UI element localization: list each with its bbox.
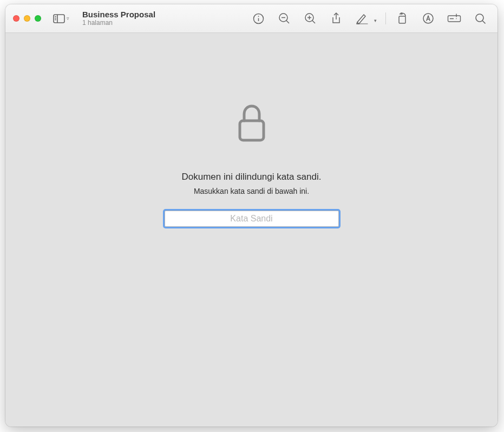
highlight-icon bbox=[422, 12, 434, 24]
document-title: Business Proposal bbox=[82, 10, 155, 19]
titlebar: ▿ Business Proposal 1 halaman bbox=[5, 4, 498, 33]
app-window: ▿ Business Proposal 1 halaman bbox=[5, 4, 498, 427]
svg-rect-18 bbox=[448, 16, 461, 22]
password-prompt: Dokumen ini dilindungi kata sandi. Masuk… bbox=[5, 103, 498, 227]
rotate-icon bbox=[396, 12, 408, 24]
svg-line-22 bbox=[482, 21, 485, 23]
zoom-in-button[interactable] bbox=[303, 11, 318, 26]
form-fill-button[interactable] bbox=[447, 11, 462, 26]
svg-point-20 bbox=[456, 18, 457, 19]
svg-line-12 bbox=[312, 21, 315, 23]
sidebar-icon bbox=[53, 14, 65, 23]
document-subtitle: 1 halaman bbox=[82, 19, 155, 27]
svg-rect-23 bbox=[240, 121, 264, 140]
minimize-button[interactable] bbox=[24, 15, 30, 22]
password-subheading: Masukkan kata sandi di bawah ini. bbox=[194, 187, 309, 195]
title-block: Business Proposal 1 halaman bbox=[82, 10, 155, 27]
search-icon bbox=[475, 13, 486, 24]
share-icon bbox=[331, 12, 342, 25]
highlight-button[interactable] bbox=[421, 11, 436, 26]
sidebar-toggle-button[interactable]: ▿ bbox=[53, 14, 69, 23]
markup-icon bbox=[356, 12, 369, 24]
info-icon bbox=[253, 13, 264, 24]
svg-point-21 bbox=[476, 14, 483, 22]
search-button[interactable] bbox=[473, 11, 488, 26]
window-controls bbox=[13, 15, 41, 22]
close-button[interactable] bbox=[13, 15, 19, 22]
toolbar-separator bbox=[385, 12, 386, 24]
svg-point-7 bbox=[258, 16, 259, 17]
password-input[interactable] bbox=[165, 211, 339, 227]
share-button[interactable] bbox=[329, 11, 344, 26]
svg-line-9 bbox=[286, 21, 289, 23]
zoom-out-button[interactable] bbox=[277, 11, 292, 26]
zoom-in-icon bbox=[304, 12, 316, 24]
lock-icon bbox=[236, 103, 267, 146]
form-fill-icon bbox=[447, 14, 461, 23]
chevron-down-icon[interactable]: ▾ bbox=[374, 18, 377, 26]
zoom-out-icon bbox=[278, 12, 290, 24]
svg-point-16 bbox=[423, 14, 433, 23]
zoom-button[interactable] bbox=[35, 15, 41, 22]
content-area: Dokumen ini dilindungi kata sandi. Masuk… bbox=[5, 33, 498, 427]
chevron-down-icon: ▿ bbox=[67, 16, 69, 21]
rotate-button[interactable] bbox=[395, 11, 410, 26]
info-button[interactable] bbox=[251, 11, 266, 26]
markup-button[interactable] bbox=[355, 11, 370, 26]
toolbar: ▾ bbox=[251, 11, 490, 26]
svg-rect-0 bbox=[54, 15, 64, 23]
svg-rect-15 bbox=[399, 16, 405, 23]
password-heading: Dokumen ini dilindungi kata sandi. bbox=[182, 172, 322, 182]
